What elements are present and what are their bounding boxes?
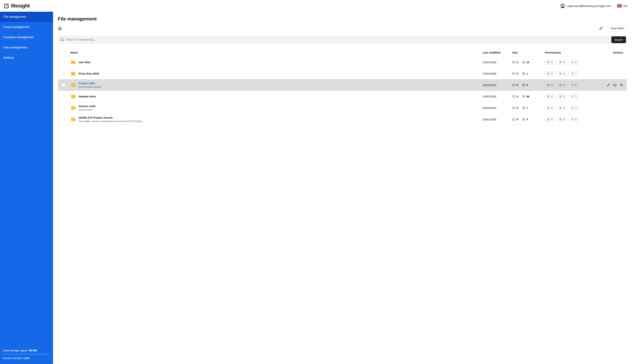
folder-name-link[interactable]: Project ABC [79, 82, 102, 85]
table-row[interactable]: Sample docs 13/02/2026 0 56 0 0 2 [58, 91, 627, 102]
table-row[interactable]: Price lists 2025 23/02/2026 0 1 0 0 1 [58, 68, 627, 79]
group-permissions-badge[interactable]: 0 [557, 82, 567, 88]
folder-name[interactable]: Geo files [79, 61, 91, 64]
folder-name[interactable]: Source code [79, 104, 96, 108]
sidebar: File management Group management Company… [0, 12, 53, 364]
share-links-badge[interactable]: 1 [569, 105, 579, 110]
row-checkbox[interactable] [62, 118, 65, 121]
table-row[interactable]: [2026] AXI Project Assets This folder co… [58, 114, 627, 125]
column-header-actions: Actions [599, 51, 627, 54]
column-header-size: Size [512, 51, 545, 54]
language-selector[interactable]: EN [617, 4, 627, 8]
row-checkbox[interactable] [62, 61, 65, 64]
select-all-checkbox[interactable] [62, 51, 65, 54]
folder-icon [70, 94, 76, 100]
new-folder-button[interactable]: New folder [608, 25, 627, 32]
column-header-name: Name [69, 51, 483, 54]
version-label: Current version: [3, 356, 23, 360]
row-checkbox[interactable] [62, 72, 65, 75]
user-permissions-icon [547, 84, 550, 86]
share-links-badge[interactable]: 1 [569, 71, 579, 76]
table-header: Name Last modified Size Permissions Acti… [58, 48, 627, 57]
search-icon [60, 38, 64, 42]
folder-count-icon [512, 72, 515, 75]
folder-icon [70, 60, 76, 65]
group-permissions-badge[interactable]: 0 [557, 71, 567, 76]
group-permissions-icon [559, 72, 562, 75]
user-permissions-badge[interactable]: 0 [545, 105, 555, 110]
avatar-icon [560, 3, 565, 8]
table-row-hovered[interactable]: Project ABC Some project details. 19/02/… [58, 79, 627, 91]
column-header-last-modified: Last modified [483, 51, 512, 54]
user-permissions-badge[interactable]: 0 [545, 94, 555, 99]
table-row[interactable]: Source code Source code 03/03/2026 0 1 0… [58, 102, 627, 114]
share-links-badge[interactable]: 0 [569, 82, 579, 88]
last-modified: 25/02/2026 [483, 118, 512, 121]
delete-icon[interactable] [620, 83, 623, 87]
user-permissions-badge[interactable]: 0 [545, 117, 555, 122]
table-row[interactable]: Geo files 23/02/2026 0 12 0 0 0 [58, 57, 627, 68]
file-count: 56 [522, 95, 529, 98]
subfolder-count: 0 [512, 95, 518, 98]
user-permissions-badge[interactable]: 0 [545, 82, 555, 88]
sidebar-item-settings[interactable]: Settings [0, 53, 53, 63]
group-permissions-icon [559, 84, 562, 86]
group-permissions-badge[interactable]: 0 [557, 94, 567, 99]
main-content: File management New folder Search Name L… [53, 12, 632, 364]
folder-icon [70, 116, 76, 122]
share-icon [571, 84, 574, 86]
share-icon [571, 61, 574, 64]
search-bar: Search [58, 36, 627, 44]
file-count-icon [522, 118, 525, 121]
folder-name[interactable]: Price lists 2025 [79, 72, 99, 75]
share-links-badge[interactable]: 0 [569, 60, 579, 65]
last-modified: 13/02/2026 [483, 95, 512, 98]
search-button[interactable]: Search [611, 36, 626, 43]
edit-icon[interactable] [599, 26, 603, 30]
sidebar-item-group-management[interactable]: Group management [0, 22, 53, 32]
sidebar-item-file-management[interactable]: File management [0, 12, 53, 22]
logo-icon [4, 3, 9, 8]
row-checkbox[interactable] [62, 83, 65, 86]
storage-value: 58 MB [29, 349, 37, 352]
user-email: superuser@filesharing.inmagik.com [567, 4, 611, 8]
group-permissions-icon [559, 118, 562, 121]
row-checkbox[interactable] [62, 95, 65, 98]
folder-icon [70, 71, 76, 76]
file-count-icon [522, 61, 525, 64]
file-table: Name Last modified Size Permissions Acti… [58, 48, 627, 125]
user-menu[interactable]: superuser@filesharing.inmagik.com [560, 3, 611, 8]
sidebar-item-user-management[interactable]: User management [0, 42, 53, 53]
group-permissions-icon [559, 95, 562, 98]
group-permissions-badge[interactable]: 0 [557, 117, 567, 122]
user-permissions-icon [547, 118, 550, 121]
folder-name[interactable]: [2026] AXI Project Assets [79, 116, 143, 119]
share-icon [571, 95, 574, 98]
user-permissions-badge[interactable]: 0 [545, 60, 555, 65]
file-count: 1 [522, 106, 528, 109]
group-permissions-icon [559, 61, 562, 64]
share-links-badge[interactable]: 2 [569, 94, 579, 99]
row-checkbox[interactable] [62, 106, 65, 110]
storage-label: Used storage space: [3, 349, 28, 352]
sidebar-footer: Used storage space: 58 MB Current versio… [0, 349, 53, 364]
sidebar-item-company-management[interactable]: Company management [0, 32, 53, 42]
share-icon [571, 118, 574, 121]
share-icon [571, 106, 574, 109]
home-icon[interactable] [58, 26, 62, 30]
group-permissions-badge[interactable]: 0 [557, 60, 567, 65]
logo[interactable]: filesight [4, 3, 30, 9]
version-info: Current version: 1.0.0 [3, 356, 50, 360]
folder-name[interactable]: Sample docs [79, 95, 96, 98]
group-permissions-badge[interactable]: 0 [557, 105, 567, 110]
group-permissions-icon [559, 106, 562, 109]
folder-count-icon [512, 61, 515, 64]
folder-count-icon [512, 106, 515, 110]
share-links-badge[interactable]: 0 [569, 117, 579, 122]
user-permissions-badge[interactable]: 0 [545, 71, 555, 76]
share-icon [571, 72, 574, 75]
rename-icon[interactable] [607, 83, 610, 87]
breadcrumb-toolbar: New folder [58, 25, 627, 32]
search-input[interactable] [66, 38, 611, 41]
move-to-folder-icon[interactable] [613, 83, 617, 87]
